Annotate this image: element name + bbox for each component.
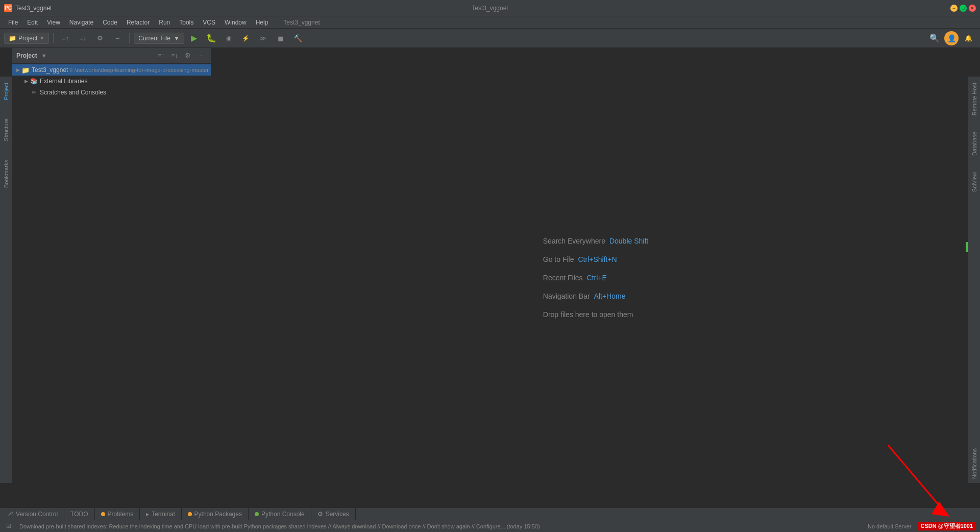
tree-arrow-scratches: [22, 89, 30, 96]
tree-item-root[interactable]: ▶ 📁 Test3_vggnet F:\networks\deep-learni…: [12, 64, 211, 76]
menu-tools[interactable]: Tools: [175, 17, 198, 28]
title-bar-left: PC Test3_vggnet: [4, 4, 52, 12]
tab-pyconsole-dot: [255, 512, 259, 516]
tab-python-packages-label: Python Packages: [194, 511, 242, 518]
run-config-selector[interactable]: Current File ▼: [134, 33, 184, 44]
minimize-button[interactable]: –: [950, 5, 958, 12]
status-bar-left: ☑ Download pre-built shared indexes: Red…: [4, 522, 866, 530]
tab-pypackages-dot: [188, 512, 192, 516]
sidebar-tab-bookmarks[interactable]: Bookmarks: [2, 156, 10, 192]
notifications-btn[interactable]: 🔔: [961, 31, 976, 46]
coverage-button[interactable]: ◉: [221, 31, 236, 46]
settings-btn[interactable]: ⚙: [92, 31, 108, 46]
hint-key-goto[interactable]: Ctrl+Shift+N: [578, 255, 617, 263]
hint-recent-files: Recent Files Ctrl+E: [543, 274, 607, 282]
right-tab-remote-host[interactable]: Remote Host: [970, 79, 978, 119]
hint-key-search[interactable]: Double Shift: [609, 237, 648, 245]
structure-sidebar: Project Structure Bookmarks: [0, 77, 12, 483]
hint-label-nav: Navigation Bar: [543, 292, 590, 300]
tab-services[interactable]: ⚙ Services: [311, 508, 356, 520]
menu-edit[interactable]: Edit: [23, 17, 42, 28]
project-dropdown-arrow2[interactable]: ▼: [41, 53, 47, 59]
toolbar-close2-btn[interactable]: –: [195, 50, 207, 61]
project-dropdown-arrow: ▼: [39, 35, 44, 41]
tree-scratches-icon: ✏: [30, 88, 38, 96]
close-button[interactable]: ✕: [969, 5, 976, 12]
title-text: Test3_vggnet: [15, 5, 52, 12]
search-everywhere-btn[interactable]: 🔍: [927, 31, 942, 46]
tab-python-console-label: Python Console: [261, 511, 305, 518]
project-dropdown-icon: 📁: [9, 35, 16, 42]
tab-version-control[interactable]: ⎇ Version Control: [0, 508, 64, 520]
run-button[interactable]: ▶: [186, 31, 202, 46]
move-down-btn[interactable]: ≡↓: [75, 31, 90, 46]
menu-run[interactable]: Run: [155, 17, 174, 28]
editor-area: Search Everywhere Double Shift Go to Fil…: [211, 48, 980, 507]
sidebar-tab-project[interactable]: Project: [2, 79, 10, 104]
toolbar-expand-btn[interactable]: ≡↓: [169, 50, 180, 61]
tree-label-root: Test3_vggnet: [32, 66, 68, 74]
hint-key-recent[interactable]: Ctrl+E: [587, 274, 607, 282]
sidebar-tab-structure[interactable]: Structure: [2, 114, 10, 146]
tree-item-libraries[interactable]: ▶ 📚 External Libraries: [12, 76, 211, 87]
toolbar-collapse-btn[interactable]: ≡↑: [156, 50, 167, 61]
tree-arrow-libraries: ▶: [22, 78, 30, 85]
tab-python-packages[interactable]: Python Packages: [182, 508, 249, 520]
toolbar-settings2-btn[interactable]: ⚙: [182, 50, 193, 61]
project-toolbar: Project ▼ ≡↑ ≡↓ ⚙ –: [12, 48, 211, 63]
hint-label-goto: Go to File: [543, 255, 574, 263]
tab-todo-label: TODO: [70, 511, 88, 518]
build-button[interactable]: 🔨: [290, 31, 306, 46]
hint-label-recent: Recent Files: [543, 274, 583, 282]
status-checkbox[interactable]: ☑: [4, 522, 13, 530]
tab-problems-label: Problems: [108, 511, 134, 518]
app-icon: PC: [4, 4, 12, 12]
hint-key-nav[interactable]: Alt+Home: [594, 292, 626, 300]
tab-vc-icon: ⎇: [6, 511, 13, 518]
menu-file[interactable]: File: [4, 17, 22, 28]
profile-button[interactable]: ⚡: [238, 31, 254, 46]
bottom-tabs: ⎇ Version Control TODO Problems ▸ Termin…: [0, 507, 980, 520]
tab-terminal[interactable]: ▸ Terminal: [140, 508, 181, 520]
menu-code[interactable]: Code: [99, 17, 121, 28]
more-run-btn[interactable]: ≫: [256, 31, 271, 46]
right-tab-notifications[interactable]: Notifications: [970, 444, 978, 483]
menu-window[interactable]: Window: [220, 17, 251, 28]
status-server[interactable]: No default Server: [868, 523, 912, 529]
editor-hints: Search Everywhere Double Shift Go to Fil…: [543, 237, 648, 319]
right-tab-sciview[interactable]: SciView: [970, 168, 978, 196]
right-tab-database[interactable]: Database: [970, 128, 978, 160]
tab-problems[interactable]: Problems: [95, 508, 140, 520]
title-bar: PC Test3_vggnet Test3_vggnet – □ ✕: [0, 0, 980, 16]
tab-todo[interactable]: TODO: [64, 508, 94, 520]
tab-services-icon: ⚙: [317, 511, 323, 518]
tree-path-root: F:\networks\deep-learning-for-image-proc…: [70, 67, 209, 73]
hint-label-drop: Drop files here to open them: [543, 310, 633, 319]
menu-vcs[interactable]: VCS: [199, 17, 219, 28]
project-dropdown[interactable]: 📁 Project ▼: [4, 33, 49, 44]
tree-label-libraries: External Libraries: [40, 78, 87, 85]
right-sidebar: Remote Host Database SciView Notificatio…: [968, 77, 980, 483]
toolbar-right: 🔍 👤 🔔: [927, 31, 976, 46]
run-config-label: Current File: [138, 35, 170, 42]
stop-button[interactable]: ◼: [273, 31, 288, 46]
tab-vc-label: Version Control: [16, 511, 58, 518]
tab-problems-dot: [101, 512, 105, 516]
status-checkbox-icon: ☑: [6, 523, 11, 529]
tree-item-scratches[interactable]: ✏ Scratches and Consoles: [12, 87, 211, 98]
close-panel-btn[interactable]: –: [110, 31, 125, 46]
tab-services-label: Services: [326, 511, 349, 518]
toolbar: 📁 Project ▼ ≡↑ ≡↓ ⚙ – Current File ▼ ▶ 🐛…: [0, 29, 980, 48]
move-up-btn[interactable]: ≡↑: [58, 31, 73, 46]
csdn-badge: CSDN @守望者1001: [918, 522, 976, 530]
debug-button[interactable]: 🐛: [204, 31, 219, 46]
menu-navigate[interactable]: Navigate: [65, 17, 97, 28]
tab-python-console[interactable]: Python Console: [249, 508, 311, 520]
hint-nav-bar: Navigation Bar Alt+Home: [543, 292, 626, 300]
user-avatar[interactable]: 👤: [944, 31, 959, 45]
status-bar-right: No default Server CSDN @守望者1001: [868, 522, 976, 530]
menu-help[interactable]: Help: [252, 17, 273, 28]
menu-refactor[interactable]: Refactor: [122, 17, 154, 28]
menu-view[interactable]: View: [43, 17, 64, 28]
maximize-button[interactable]: □: [960, 5, 967, 12]
